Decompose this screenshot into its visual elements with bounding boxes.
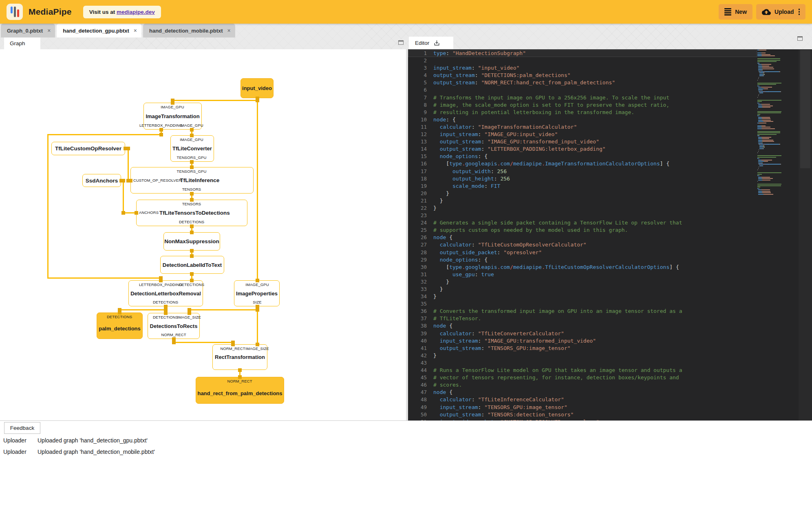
port-label: IMAGE_GPU bbox=[245, 282, 269, 287]
minimap-line bbox=[764, 121, 773, 122]
line-number: 19 bbox=[408, 183, 427, 190]
feedback-source: Uploader bbox=[3, 437, 38, 444]
minimap-line bbox=[762, 178, 773, 179]
minimap-line bbox=[757, 108, 758, 109]
line-number: 46 bbox=[408, 381, 427, 389]
editor-minimap[interactable] bbox=[757, 50, 798, 420]
minimap-line bbox=[757, 127, 761, 128]
minimap-line bbox=[758, 137, 761, 138]
line-number: 42 bbox=[408, 352, 427, 359]
tab-editor[interactable]: Editor bbox=[409, 37, 453, 49]
code-token: output_stream bbox=[440, 411, 481, 418]
port bbox=[190, 224, 194, 228]
port bbox=[190, 279, 194, 282]
minimap-line bbox=[757, 152, 758, 153]
mediapipe-dev-link[interactable]: mediapipe.dev bbox=[117, 9, 155, 15]
edge bbox=[47, 134, 162, 135]
file-tab-hand_detection_gpu.pbtxt[interactable]: hand_detection_gpu.pbtxt× bbox=[57, 24, 141, 37]
port-label: CUSTOM_OP_RESOLVER bbox=[133, 178, 181, 183]
editor-scrollbar[interactable] bbox=[799, 49, 812, 420]
code-line: # Transforms the input image on GPU to a… bbox=[433, 94, 755, 101]
minimap-line bbox=[757, 125, 761, 126]
line-number: 1 bbox=[408, 50, 427, 57]
code-token: : bbox=[497, 249, 504, 255]
minimap-line bbox=[759, 147, 763, 147]
port bbox=[190, 165, 194, 169]
file-tab-hand_detection_mobile.pbtxt[interactable]: hand_detection_mobile.pbtxt× bbox=[143, 24, 235, 37]
minimap-line bbox=[757, 53, 761, 53]
minimap-line bbox=[757, 181, 758, 182]
node-title: DetectionsToRects bbox=[150, 323, 198, 329]
upload-more-options-icon[interactable] bbox=[799, 9, 800, 15]
minimap-line bbox=[759, 75, 763, 76]
code-line: } bbox=[433, 278, 755, 286]
code-line: scale_mode: FIT bbox=[433, 183, 755, 190]
tab-feedback[interactable]: Feedback bbox=[4, 422, 40, 434]
line-number: 29 bbox=[408, 256, 427, 264]
graph-node-detection_label_id_to_text[interactable]: DetectionLabelIdToText bbox=[160, 256, 224, 274]
scrollbar-thumb[interactable] bbox=[800, 50, 810, 168]
graph-node-ssd_anchors[interactable]: SsdAnchors bbox=[82, 174, 121, 187]
minimap-line bbox=[762, 191, 770, 192]
code-token: input_stream bbox=[440, 404, 478, 410]
minimap-line bbox=[758, 120, 762, 121]
code-line: output_width: 256 bbox=[433, 168, 755, 175]
code-line: output_stream: "DETECTIONS:palm_detectio… bbox=[433, 72, 755, 79]
minimap-line bbox=[759, 94, 759, 95]
edge-junction bbox=[126, 179, 130, 183]
download-icon[interactable] bbox=[433, 40, 440, 46]
upload-button[interactable]: Upload bbox=[756, 4, 805, 20]
code-token: } bbox=[433, 205, 437, 211]
minimap-line bbox=[758, 68, 762, 69]
file-tab-bar: Graph_0.pbtxt×hand_detection_gpu.pbtxt×h… bbox=[1, 24, 235, 37]
code-line: # Converts the transformed input image o… bbox=[433, 308, 755, 315]
new-graph-button[interactable]: New bbox=[719, 4, 752, 20]
expand-editor-icon[interactable] bbox=[797, 36, 803, 41]
port-label: NORM_RECT bbox=[227, 379, 252, 383]
code-token: calculator bbox=[440, 396, 472, 403]
tab-close-icon[interactable]: × bbox=[47, 27, 51, 34]
app-title: MediaPipe bbox=[29, 7, 72, 17]
graph-node-input_video[interactable]: input_video bbox=[241, 78, 274, 98]
code-token: "ImageTransformationCalculator" bbox=[478, 124, 577, 130]
code-line: [type.googleapis.com/mediapipe.ImageTran… bbox=[433, 160, 755, 167]
graph-node-tflite_custom_op_resolver[interactable]: TfLiteCustomOpResolver bbox=[51, 142, 125, 155]
file-tab-label: Graph_0.pbtxt bbox=[7, 28, 43, 34]
tab-graph[interactable]: Graph bbox=[4, 37, 40, 49]
minimap-line bbox=[757, 131, 780, 132]
minimap-line bbox=[763, 120, 771, 121]
minimap-line bbox=[762, 55, 775, 56]
code-token: node bbox=[433, 323, 446, 329]
line-number: 10 bbox=[408, 116, 427, 123]
code-line: input_stream: "input_video" bbox=[433, 64, 755, 72]
minimap-line bbox=[763, 141, 774, 142]
graph-node-non_max_suppression[interactable]: NonMaxSuppression bbox=[163, 232, 220, 251]
port-label: TENSORS bbox=[182, 187, 201, 191]
code-editor[interactable]: 1234567891011121314151617181920212223242… bbox=[408, 49, 812, 420]
port bbox=[164, 311, 168, 315]
minimap-line bbox=[757, 184, 781, 185]
line-number: 17 bbox=[408, 168, 427, 175]
code-token: { bbox=[446, 234, 452, 240]
tab-close-icon[interactable]: × bbox=[227, 27, 231, 34]
port bbox=[190, 134, 194, 137]
edge-junction bbox=[121, 179, 125, 183]
cloud-upload-icon bbox=[762, 9, 771, 15]
node-title: RectTransformation bbox=[215, 354, 265, 360]
port-label: IMAGE_SIZE bbox=[177, 315, 201, 319]
code-content[interactable]: type: "HandDetectionSubgraph"input_strea… bbox=[433, 50, 755, 420]
line-number: 31 bbox=[408, 271, 427, 278]
minimap-line bbox=[757, 174, 762, 175]
code-line: output_stream: "NORM_RECT:hand_rect_from… bbox=[433, 79, 755, 86]
minimap-line bbox=[762, 106, 773, 106]
code-line: calculator: "TfLiteCustomOpResolverCalcu… bbox=[433, 241, 755, 249]
node-title: SsdAnchors bbox=[86, 178, 118, 184]
file-tab-Graph_0.pbtxt[interactable]: Graph_0.pbtxt× bbox=[1, 24, 55, 37]
tab-close-icon[interactable]: × bbox=[134, 27, 137, 34]
code-token: # scores. bbox=[433, 382, 462, 388]
port bbox=[135, 211, 138, 215]
graph-canvas[interactable]: input_videoImageTransformationIMAGE_GPUL… bbox=[0, 49, 406, 420]
expand-graph-icon[interactable] bbox=[398, 40, 404, 45]
edge bbox=[123, 180, 124, 213]
minimap-line bbox=[758, 160, 761, 161]
